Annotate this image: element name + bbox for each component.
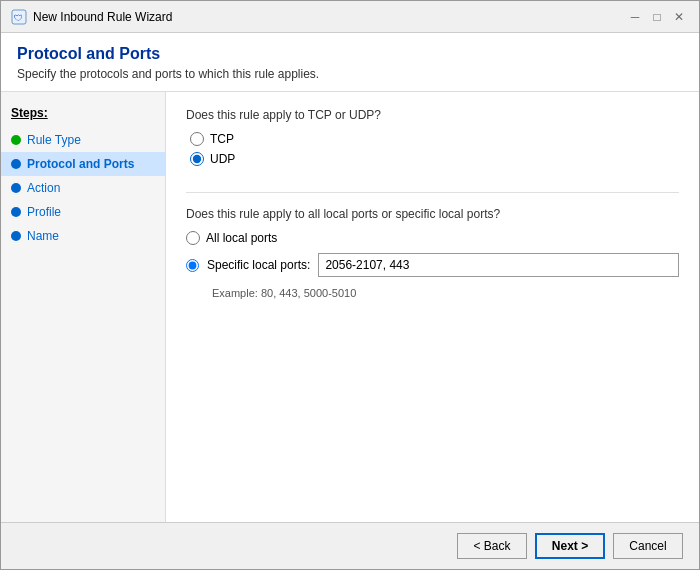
- udp-radio-row: UDP: [190, 152, 679, 166]
- page-title: Protocol and Ports: [17, 45, 683, 63]
- udp-radio[interactable]: [190, 152, 204, 166]
- maximize-button[interactable]: □: [647, 7, 667, 27]
- main-window: 🛡 New Inbound Rule Wizard ─ □ ✕ Protocol…: [0, 0, 700, 570]
- header: Protocol and Ports Specify the protocols…: [1, 33, 699, 92]
- udp-label[interactable]: UDP: [210, 152, 235, 166]
- sidebar-label-rule-type: Rule Type: [27, 133, 81, 147]
- ports-example: Example: 80, 443, 5000-5010: [186, 287, 679, 299]
- tcp-label[interactable]: TCP: [210, 132, 234, 146]
- sidebar-label-action: Action: [27, 181, 60, 195]
- sidebar: Steps: Rule Type Protocol and Ports Acti…: [1, 92, 166, 522]
- title-bar-controls: ─ □ ✕: [625, 7, 689, 27]
- content-area: Steps: Rule Type Protocol and Ports Acti…: [1, 92, 699, 522]
- all-ports-radio-row: All local ports: [186, 231, 679, 245]
- back-button[interactable]: < Back: [457, 533, 527, 559]
- step-dot-rule-type: [11, 135, 21, 145]
- sidebar-label-name: Name: [27, 229, 59, 243]
- sidebar-item-profile[interactable]: Profile: [1, 200, 165, 224]
- footer: < Back Next > Cancel: [1, 522, 699, 569]
- step-dot-protocol-and-ports: [11, 159, 21, 169]
- close-button[interactable]: ✕: [669, 7, 689, 27]
- sidebar-item-action[interactable]: Action: [1, 176, 165, 200]
- title-bar: 🛡 New Inbound Rule Wizard ─ □ ✕: [1, 1, 699, 33]
- svg-text:🛡: 🛡: [14, 13, 23, 23]
- all-ports-label[interactable]: All local ports: [206, 231, 277, 245]
- specific-ports-radio[interactable]: [186, 259, 199, 272]
- protocol-radio-group: TCP UDP: [186, 132, 679, 166]
- title-text: New Inbound Rule Wizard: [33, 10, 172, 24]
- ports-input[interactable]: [318, 253, 679, 277]
- step-dot-action: [11, 183, 21, 193]
- sidebar-label-protocol-and-ports: Protocol and Ports: [27, 157, 134, 171]
- sidebar-item-protocol-and-ports[interactable]: Protocol and Ports: [1, 152, 165, 176]
- tcp-radio-row: TCP: [190, 132, 679, 146]
- page-subtitle: Specify the protocols and ports to which…: [17, 67, 683, 81]
- sidebar-item-name[interactable]: Name: [1, 224, 165, 248]
- title-bar-left: 🛡 New Inbound Rule Wizard: [11, 9, 172, 25]
- all-ports-radio[interactable]: [186, 231, 200, 245]
- specific-ports-row: Specific local ports:: [186, 253, 679, 277]
- next-button[interactable]: Next >: [535, 533, 605, 559]
- cancel-button[interactable]: Cancel: [613, 533, 683, 559]
- step-dot-name: [11, 231, 21, 241]
- protocol-question: Does this rule apply to TCP or UDP?: [186, 108, 679, 122]
- steps-label: Steps:: [1, 102, 165, 128]
- ports-section: All local ports Specific local ports: Ex…: [186, 231, 679, 299]
- section-divider: [186, 192, 679, 193]
- specific-ports-label[interactable]: Specific local ports:: [207, 258, 310, 272]
- tcp-radio[interactable]: [190, 132, 204, 146]
- minimize-button[interactable]: ─: [625, 7, 645, 27]
- app-icon: 🛡: [11, 9, 27, 25]
- sidebar-item-rule-type[interactable]: Rule Type: [1, 128, 165, 152]
- ports-question: Does this rule apply to all local ports …: [186, 207, 679, 221]
- sidebar-label-profile: Profile: [27, 205, 61, 219]
- main-panel: Does this rule apply to TCP or UDP? TCP …: [166, 92, 699, 522]
- step-dot-profile: [11, 207, 21, 217]
